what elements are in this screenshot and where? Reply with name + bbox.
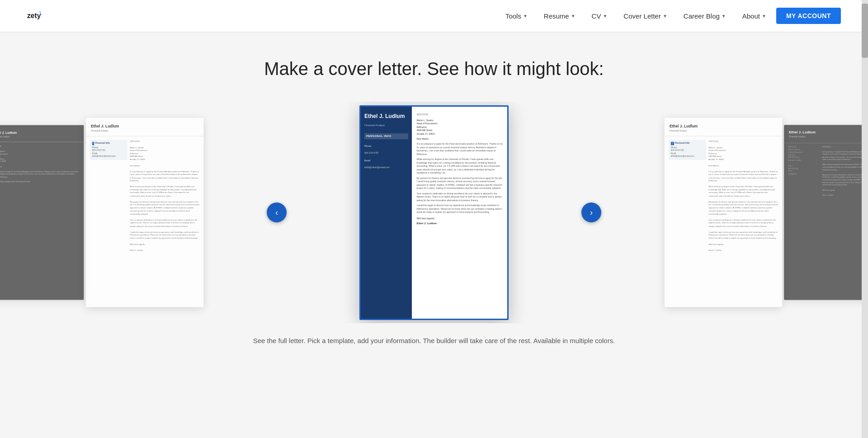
card-far-right-text: Dear Melvin, It is my pleasure to apply … bbox=[822, 146, 868, 196]
nav-resume[interactable]: Resume ▼ bbox=[538, 9, 582, 24]
card-right-info-box: i Personal Info Phone 904-279-5735 Email… bbox=[669, 140, 706, 160]
card-right-email: ethel@ullum@email.com bbox=[671, 155, 704, 158]
scrollbar[interactable] bbox=[862, 0, 868, 438]
card-left-name: Ethel J. Ludlum bbox=[91, 124, 198, 129]
resume-chevron-icon: ▼ bbox=[571, 14, 576, 19]
main-content: Make a cover letter. See how it might lo… bbox=[0, 32, 868, 363]
card-center-email: ethel@ullum@email.com bbox=[364, 166, 408, 169]
card-center-closing: With best regards, bbox=[416, 217, 503, 220]
nav-cv[interactable]: CV ▼ bbox=[585, 9, 614, 24]
card-far-right-inner: Ethel J. Ludlum Financial Analyst 2022-0… bbox=[784, 125, 868, 300]
card-left-role: Financial Analyst bbox=[91, 129, 198, 132]
card-center-body3: My passion for finance and genuine desir… bbox=[416, 177, 503, 190]
card-center-signature: Ethel J. Ludlum bbox=[416, 221, 503, 225]
card-left-main: 2022-03-06 Melvin L. Sparks Head of Recr… bbox=[130, 140, 199, 251]
card-center-body4: Your company's dedication to driving exc… bbox=[416, 192, 503, 203]
card-far-left-role: Financial Analyst bbox=[0, 135, 79, 138]
career-blog-chevron-icon: ▼ bbox=[722, 14, 726, 19]
card-center-date: 2022-03-06 bbox=[416, 113, 503, 116]
card-right-header: Ethel J. Ludlum Financial Analyst bbox=[665, 118, 782, 137]
card-right-inner: Ethel J. Ludlum Financial Analyst i Pers… bbox=[665, 118, 782, 307]
card-far-left-name: Ethel J. Ludlum bbox=[0, 131, 79, 135]
card-far-left: Ethel J. Ludlum Financial Analyst 2022-0… bbox=[0, 125, 84, 300]
card-left-text: 2022-03-06 Melvin L. Sparks Head of Recr… bbox=[130, 140, 199, 251]
svg-text:zety: zety bbox=[27, 12, 41, 19]
next-arrow-icon: › bbox=[590, 208, 593, 217]
nav-career-blog[interactable]: Career Blog ▼ bbox=[677, 9, 732, 24]
card-far-right-sidebar-section: 2022-03-06 Melvin L. Sparks Head of Recr… bbox=[788, 146, 821, 196]
card-left-email: ethel@ullum@email.com bbox=[92, 155, 125, 158]
card-center-body1: It is my pleasure to apply for the Finan… bbox=[416, 142, 503, 156]
card-center-name: Ethel J. Ludlum bbox=[364, 113, 408, 120]
about-chevron-icon: ▼ bbox=[762, 14, 766, 19]
card-center-phone: 904-279-5735 bbox=[364, 151, 408, 155]
carousel-next-button[interactable]: › bbox=[581, 203, 601, 222]
section-title: Make a cover letter. See how it might lo… bbox=[0, 59, 868, 79]
card-center-body2: While earning my degree at the Universit… bbox=[416, 158, 503, 175]
cover-letter-chevron-icon: ▼ bbox=[663, 14, 667, 19]
card-right-role: Financial Analyst bbox=[670, 129, 777, 132]
main-nav: Tools ▼ Resume ▼ CV ▼ Cover Letter ▼ Car… bbox=[499, 8, 841, 24]
card-left-personal-info: i Personal Info bbox=[92, 142, 125, 145]
card-right-sidebar: i Personal Info Phone 904-279-5735 Email… bbox=[669, 140, 706, 251]
header: zety Tools ▼ Resume ▼ CV ▼ Cover Letter … bbox=[0, 0, 868, 32]
carousel-prev-button[interactable]: ‹ bbox=[267, 203, 287, 222]
card-right: Ethel J. Ludlum Financial Analyst i Pers… bbox=[665, 118, 782, 307]
card-far-right-role: Financial Analyst bbox=[789, 135, 868, 138]
card-center-recipient: Melvin L. Sparks Head of Recruitment Ref… bbox=[416, 119, 503, 136]
card-right-personal-info: i Personal Info bbox=[671, 142, 704, 145]
card-left-header: Ethel J. Ludlum Financial Analyst bbox=[86, 118, 203, 137]
card-center-body5: I would be eager to discuss how my exper… bbox=[416, 204, 503, 214]
nav-tools[interactable]: Tools ▼ bbox=[499, 9, 534, 24]
card-left-body: i Personal Info Phone 904-279-5735 Email… bbox=[86, 137, 203, 255]
carousel-track: Ethel J. Ludlum Financial Analyst 2022-0… bbox=[0, 102, 868, 323]
scrollbar-thumb[interactable] bbox=[862, 4, 868, 58]
card-right-name: Ethel J. Ludlum bbox=[670, 124, 777, 129]
card-center-sidebar: Ethel J. Ludlum Financial Analyst Person… bbox=[361, 107, 412, 319]
card-center-role: Financial Analyst bbox=[364, 123, 408, 127]
card-center-inner: Ethel J. Ludlum Financial Analyst Person… bbox=[361, 107, 507, 319]
card-far-right-header: Ethel J. Ludlum Financial Analyst bbox=[784, 125, 868, 143]
card-center-main: 2022-03-06 Melvin L. Sparks Head of Recr… bbox=[412, 107, 507, 319]
card-far-right-body: 2022-03-06 Melvin L. Sparks Head of Recr… bbox=[784, 143, 868, 199]
cv-chevron-icon: ▼ bbox=[603, 14, 607, 19]
card-right-body: i Personal Info Phone 904-279-5735 Email… bbox=[665, 137, 782, 255]
card-far-left-inner: Ethel J. Ludlum Financial Analyst 2022-0… bbox=[0, 125, 84, 300]
card-right-main: 2022-03-06 Melvin L. Sparks Head of Recr… bbox=[708, 140, 778, 251]
card-far-left-body: 2022-03-06 Melvin L. Sparks Head of Recr… bbox=[0, 145, 79, 183]
card-far-right: Ethel J. Ludlum Financial Analyst 2022-0… bbox=[784, 125, 868, 300]
nav-cover-letter[interactable]: Cover Letter ▼ bbox=[617, 9, 673, 24]
card-far-right-main-text: Dear Melvin, It is my pleasure to apply … bbox=[822, 146, 868, 196]
card-left-info-box: i Personal Info Phone 904-279-5735 Email… bbox=[90, 140, 127, 160]
card-far-right-info: 2022-03-06 Melvin L. Sparks Head of Recr… bbox=[788, 146, 821, 175]
card-far-right-name: Ethel J. Ludlum bbox=[789, 130, 868, 135]
card-left: Ethel J. Ludlum Financial Analyst i Pers… bbox=[86, 118, 203, 307]
bottom-text: See the full letter. Pick a template, ad… bbox=[0, 337, 868, 344]
carousel: Ethel J. Ludlum Financial Analyst 2022-0… bbox=[0, 102, 868, 323]
card-center-section-label: Personal Info bbox=[364, 133, 408, 139]
card-left-inner: Ethel J. Ludlum Financial Analyst i Pers… bbox=[86, 118, 203, 307]
card-center: Ethel J. Ludlum Financial Analyst Person… bbox=[359, 105, 509, 320]
tools-chevron-icon: ▼ bbox=[523, 14, 528, 19]
card-center-email-label: Email bbox=[364, 159, 408, 162]
card-center-dear: Dear Melvin, bbox=[416, 137, 503, 141]
prev-arrow-icon: ‹ bbox=[275, 208, 278, 217]
card-left-sidebar: i Personal Info Phone 904-279-5735 Email… bbox=[90, 140, 127, 251]
card-center-phone-label: Phone bbox=[364, 145, 408, 148]
card-right-text: 2022-03-06 Melvin L. Sparks Head of Recr… bbox=[708, 140, 778, 251]
my-account-button[interactable]: MY ACCOUNT bbox=[776, 8, 841, 24]
logo[interactable]: zety bbox=[27, 9, 43, 22]
nav-about[interactable]: About ▼ bbox=[736, 9, 773, 24]
